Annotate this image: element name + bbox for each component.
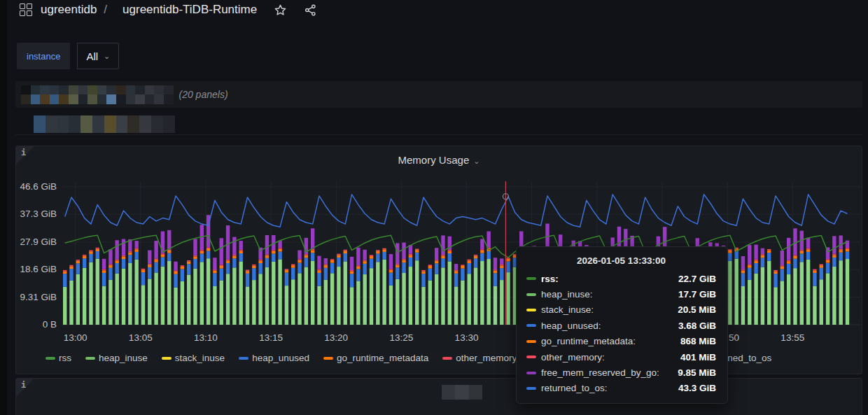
star-icon[interactable] xyxy=(274,3,287,17)
blur-pixel xyxy=(57,115,69,133)
series-value: 868 MiB xyxy=(680,336,716,346)
blur-pixel xyxy=(21,85,31,95)
apps-grid-square xyxy=(20,10,25,16)
series-swatch xyxy=(526,324,536,327)
blur-pixel xyxy=(106,85,116,95)
breadcrumb-folder[interactable]: ugreentidb xyxy=(41,3,97,17)
tooltip-timestamp: 2026-01-05 13:33:00 xyxy=(526,255,716,266)
blur-pixel xyxy=(116,85,126,95)
variable-label: instance xyxy=(17,43,70,69)
blur-pixel xyxy=(116,94,126,104)
series-name: free_mem_reserved_by_go: xyxy=(541,367,678,378)
blurred-row-title xyxy=(21,85,174,104)
blur-pixel xyxy=(78,85,88,95)
x-tick-label: 13:10 xyxy=(194,332,218,343)
series-swatch xyxy=(526,293,536,296)
blurred-panel-title xyxy=(442,385,482,400)
memory-usage-panel: i Memory Usage⌄ 0 B9.31 GiB18.6 GiB27.9 … xyxy=(15,146,862,374)
y-tick-label: 9.31 GiB xyxy=(16,292,57,302)
legend-swatch xyxy=(442,357,452,360)
tooltip-row: other_memory:401 MiB xyxy=(526,349,716,365)
tooltip-row: returned_to_os:43.3 GiB xyxy=(526,381,716,396)
legend-swatch xyxy=(239,357,248,360)
tooltip-row: heap_unused:3.68 GiB xyxy=(526,318,716,333)
legend-label: go_runtime_metadata xyxy=(337,353,428,363)
tooltip-row: rss:22.7 GiB xyxy=(526,271,716,286)
blur-pixel xyxy=(34,115,46,133)
blur-pixel xyxy=(40,85,50,95)
blur-pixel xyxy=(164,94,174,104)
x-tick-label: 13:25 xyxy=(389,332,413,343)
tooltip-row: go_runtime_metadata:868 MiB xyxy=(526,334,716,349)
blur-pixel xyxy=(31,94,41,104)
blurred-row-title xyxy=(34,115,175,133)
x-tick-label: 13:05 xyxy=(129,332,153,343)
blur-pixel xyxy=(151,115,163,133)
blur-pixel xyxy=(97,94,107,104)
legend-item-other_memory[interactable]: other_memory xyxy=(442,353,517,363)
x-tick-label: 13:15 xyxy=(259,332,283,343)
blur-pixel xyxy=(88,85,97,95)
chart-tooltip: 2026-01-05 13:33:00 rss:22.7 GiBheap_inu… xyxy=(516,246,728,404)
apps-grid-icon[interactable] xyxy=(20,3,32,16)
series-value: 22.7 GiB xyxy=(678,274,716,284)
chart-canvas[interactable] xyxy=(62,181,860,325)
y-tick-label: 37.3 GiB xyxy=(16,209,57,219)
blur-pixel xyxy=(59,94,69,104)
blur-pixel xyxy=(104,115,116,133)
chevron-down-icon: ⌄ xyxy=(104,52,110,61)
series-swatch xyxy=(526,277,536,280)
y-tick-label: 18.6 GiB xyxy=(16,264,57,274)
breadcrumb-dashboard[interactable]: ugreentidb-TiDB-Runtime xyxy=(122,3,257,17)
blur-pixel xyxy=(154,94,164,104)
blur-pixel xyxy=(145,85,155,95)
blur-pixel xyxy=(21,94,31,104)
blur-pixel xyxy=(78,94,88,104)
legend-item-stack_inuse[interactable]: stack_inuse xyxy=(162,353,225,363)
legend-item-heap_unused[interactable]: heap_unused xyxy=(239,353,309,363)
blur-pixel xyxy=(164,85,174,95)
blur-pixel xyxy=(40,94,50,104)
legend-item-heap_inuse[interactable]: heap_inuse xyxy=(85,353,148,363)
tooltip-row: stack_inuse:20.5 MiB xyxy=(526,302,716,318)
chevron-down-icon: ⌄ xyxy=(473,157,479,165)
series-swatch xyxy=(526,356,536,358)
breadcrumb-separator: / xyxy=(104,3,107,17)
blur-pixel xyxy=(455,385,468,400)
legend-item-rss[interactable]: rss xyxy=(46,353,71,363)
blur-pixel xyxy=(59,85,69,95)
legend-label: other_memory xyxy=(456,353,517,363)
panel-title[interactable]: Memory Usage⌄ xyxy=(398,154,480,166)
series-value: 3.68 GiB xyxy=(678,321,716,331)
blur-pixel xyxy=(80,115,92,133)
legend-swatch xyxy=(46,357,55,360)
info-icon[interactable]: i xyxy=(21,380,26,390)
blur-pixel xyxy=(69,94,78,104)
blur-pixel xyxy=(126,94,136,104)
series-swatch xyxy=(526,387,536,390)
series-name: returned_to_os: xyxy=(541,383,678,393)
y-tick-label: 0 B xyxy=(16,319,57,330)
panel-title-text: Memory Usage xyxy=(398,154,470,166)
series-name: rss: xyxy=(541,274,678,284)
legend-item-go_runtime_metadata[interactable]: go_runtime_metadata xyxy=(323,353,428,363)
series-name: go_runtime_metadata: xyxy=(541,336,680,346)
legend-swatch xyxy=(162,357,172,360)
left-edge-strip xyxy=(0,0,7,415)
variable-dropdown[interactable]: All ⌄ xyxy=(77,43,119,69)
breadcrumb: ugreentidb / ugreentidb-TiDB-Runtime xyxy=(7,0,868,20)
x-tick-label: 13:30 xyxy=(455,332,479,343)
series-name: other_memory: xyxy=(541,352,680,363)
dashboard-row-collapsed[interactable]: (20 panels) xyxy=(15,81,862,108)
series-value: 9.85 MiB xyxy=(678,367,716,378)
legend-swatch xyxy=(323,357,333,360)
blur-pixel xyxy=(154,85,164,95)
blur-pixel xyxy=(31,85,41,95)
y-tick-label: 27.9 GiB xyxy=(16,237,57,247)
series-value: 17.7 GiB xyxy=(678,289,716,300)
legend-swatch xyxy=(85,357,95,360)
dashboard-row-expanded[interactable] xyxy=(15,113,862,135)
series-swatch xyxy=(526,340,536,343)
share-icon[interactable] xyxy=(304,3,317,17)
blur-pixel xyxy=(46,115,57,133)
